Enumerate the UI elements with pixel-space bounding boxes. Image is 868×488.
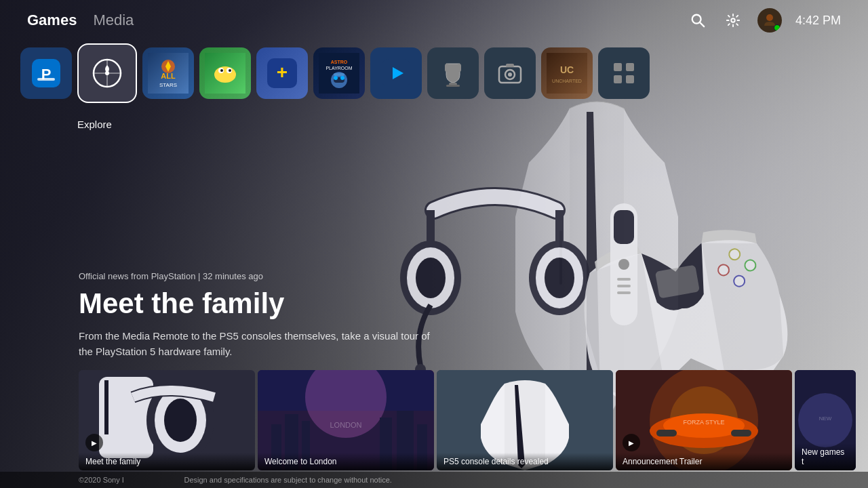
svg-rect-91 — [731, 430, 751, 436]
svg-rect-56 — [446, 85, 460, 87]
hero-description: From the Media Remote to the PS5 console… — [79, 329, 431, 359]
thumb-ps5-details[interactable]: PS5 console details revealed — [437, 370, 613, 470]
svg-text:UNCHARTED: UNCHARTED — [552, 79, 582, 83]
app-icon-trophies[interactable] — [427, 47, 479, 99]
svg-rect-67 — [626, 75, 634, 83]
svg-rect-90 — [656, 430, 677, 436]
app-icon-explore[interactable] — [77, 43, 137, 103]
app-bar: P ALL STARS — [0, 38, 868, 111]
thumb-meet-the-family[interactable]: ▶ Meet the family — [79, 370, 255, 470]
svg-point-29 — [105, 71, 109, 75]
svg-point-40 — [229, 69, 231, 72]
app-icon-ps-store[interactable]: P — [20, 47, 72, 99]
app-icon-capture[interactable] — [484, 47, 536, 99]
svg-point-24 — [766, 14, 773, 21]
svg-rect-65 — [626, 63, 634, 71]
thumbnail-strip: ▶ Meet the family LONDON — [0, 370, 868, 472]
thumb-label-3: PS5 console details revealed — [437, 453, 613, 470]
svg-point-49 — [340, 76, 344, 80]
app-icon-uncharted[interactable]: UC UNCHARTED — [541, 47, 593, 99]
play-button-4[interactable]: ▶ — [623, 434, 640, 451]
hero-title: Meet the family — [79, 288, 789, 319]
clock: 4:42 PM — [795, 14, 841, 28]
svg-text:FORZA STYLE: FORZA STYLE — [683, 419, 724, 426]
main-content: Official news from PlayStation | 32 minu… — [0, 111, 868, 488]
footer-copyright: ©2020 Sony I — [79, 476, 124, 484]
top-nav: Games Media 4:42 — [0, 0, 868, 38]
footer-disclaimer: Design and specifications are subject to… — [184, 476, 391, 484]
top-right-icons: 4:42 PM — [687, 8, 841, 33]
svg-text:PLAYROOM: PLAYROOM — [326, 66, 352, 70]
app-icon-astro[interactable]: ASTRO PLAYROOM — [313, 47, 365, 99]
svg-rect-50 — [334, 73, 344, 76]
tab-games[interactable]: Games — [27, 9, 77, 32]
svg-line-22 — [700, 22, 704, 26]
footer: ©2020 Sony I Design and specifications a… — [0, 472, 868, 488]
svg-rect-60 — [506, 64, 514, 67]
thumb-label-4: Announcement Trailer — [616, 453, 792, 470]
thumb-welcome-london[interactable]: LONDON Welcome to London — [258, 370, 434, 470]
svg-point-73 — [164, 399, 197, 442]
svg-point-36 — [214, 66, 236, 83]
svg-point-48 — [334, 76, 338, 80]
svg-text:NEW: NEW — [819, 415, 832, 422]
tab-media[interactable]: Media — [93, 9, 134, 32]
avatar[interactable] — [757, 8, 782, 33]
app-icon-ps-video[interactable] — [370, 47, 422, 99]
svg-rect-66 — [614, 75, 622, 83]
thumb-label-5: New games t — [795, 443, 856, 470]
app-icon-ps-plus[interactable]: + — [256, 47, 308, 99]
app-icon-bugsnax[interactable] — [199, 47, 251, 99]
nav-tabs: Games Media — [27, 9, 687, 32]
thumb-label-1: Meet the family — [79, 453, 255, 470]
thumb-announcement[interactable]: FORZA STYLE ▶ Announcement Trailer — [616, 370, 792, 470]
svg-text:+: + — [277, 62, 288, 83]
svg-text:STARS: STARS — [159, 82, 177, 88]
app-icon-all-apps[interactable] — [598, 47, 650, 99]
thumb-new-games[interactable]: NEW New games t — [795, 370, 856, 470]
thumb-label-2: Welcome to London — [258, 453, 434, 470]
svg-rect-54 — [457, 64, 461, 72]
svg-point-23 — [731, 18, 735, 22]
app-icon-allstars[interactable]: ALL STARS — [142, 47, 194, 99]
svg-point-39 — [220, 69, 223, 72]
svg-point-59 — [508, 73, 512, 77]
svg-rect-53 — [445, 64, 449, 72]
explore-label: Explore — [77, 119, 112, 131]
svg-rect-64 — [614, 63, 622, 71]
play-button-1[interactable]: ▶ — [85, 434, 103, 451]
search-button[interactable] — [687, 9, 709, 31]
hero-section: Official news from PlayStation | 32 minu… — [0, 271, 868, 370]
svg-text:LONDON: LONDON — [330, 421, 361, 429]
svg-text:UC: UC — [560, 64, 574, 75]
svg-rect-27 — [37, 78, 55, 81]
settings-button[interactable] — [722, 9, 744, 31]
svg-text:ASTRO: ASTRO — [331, 60, 348, 64]
svg-rect-70 — [104, 380, 108, 434]
news-source: Official news from PlayStation | 32 minu… — [79, 271, 789, 281]
